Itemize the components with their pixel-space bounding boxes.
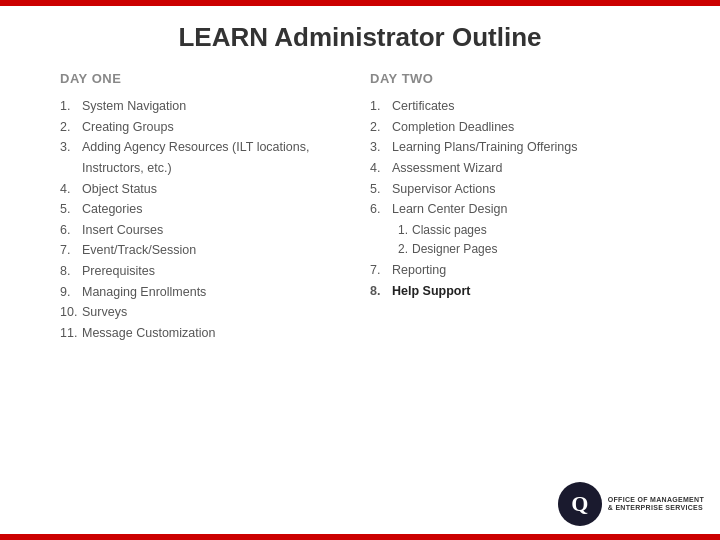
item-number: 4. [60, 179, 78, 200]
item-number: 10. [60, 302, 78, 323]
list-item: 5.Supervisor Actions [370, 179, 660, 200]
list-item: 7.Reporting [370, 260, 660, 281]
item-text: Certificates [392, 96, 455, 117]
day-one-header: DAY ONE [60, 71, 350, 86]
item-number: 5. [60, 199, 78, 220]
item-text: Adding Agency Resources (ILT locations, … [82, 137, 350, 178]
item-text: Prerequisites [82, 261, 155, 282]
item-text: Reporting [392, 260, 446, 281]
item-text: Event/Track/Session [82, 240, 196, 261]
logo-text: OFFICE OF MANAGEMENT & ENTERPRISE SERVIC… [608, 496, 704, 511]
item-text: Help Support [392, 281, 470, 302]
item-text: Creating Groups [82, 117, 174, 138]
list-item: 4.Object Status [60, 179, 350, 200]
item-text: Insert Courses [82, 220, 163, 241]
day-one-column: DAY ONE 1.System Navigation2.Creating Gr… [60, 71, 350, 344]
list-item: 10.Surveys [60, 302, 350, 323]
sub-item-number: 1. [398, 221, 408, 240]
item-number: 8. [370, 281, 388, 302]
page-title: LEARN Administrator Outline [0, 0, 720, 71]
sub-item-text: Classic pages [412, 221, 487, 240]
item-number: 3. [370, 137, 388, 158]
item-number: 6. [60, 220, 78, 241]
item-number: 11. [60, 323, 78, 344]
item-number: 2. [60, 117, 78, 138]
logo-line1: OFFICE OF MANAGEMENT [608, 496, 704, 504]
item-text: System Navigation [82, 96, 186, 117]
logo-line2: & ENTERPRISE SERVICES [608, 504, 704, 512]
list-item: 3.Adding Agency Resources (ILT locations… [60, 137, 350, 178]
list-item: 7.Event/Track/Session [60, 240, 350, 261]
sub-item-number: 2. [398, 240, 408, 259]
list-item: 1.System Navigation [60, 96, 350, 117]
item-text: Assessment Wizard [392, 158, 502, 179]
list-item: 2.Creating Groups [60, 117, 350, 138]
list-item: 9.Managing Enrollments [60, 282, 350, 303]
top-red-bar [0, 0, 720, 6]
item-text: Supervisor Actions [392, 179, 496, 200]
sub-item-text: Designer Pages [412, 240, 497, 259]
item-text: Managing Enrollments [82, 282, 206, 303]
list-item: 8.Help Support [370, 281, 660, 302]
sub-list-item: 2.Designer Pages [398, 240, 660, 259]
logo-circle: Q [558, 482, 602, 526]
sub-list: 1.Classic pages2.Designer Pages [398, 221, 660, 259]
item-number: 8. [60, 261, 78, 282]
item-text: Message Customization [82, 323, 215, 344]
item-text: Categories [82, 199, 142, 220]
list-item: 6.Insert Courses [60, 220, 350, 241]
bottom-red-bar [0, 534, 720, 540]
item-text: Learn Center Design [392, 199, 507, 220]
list-item: 6.Learn Center Design [370, 199, 660, 220]
item-number: 1. [60, 96, 78, 117]
list-item: 2.Completion Deadlines [370, 117, 660, 138]
item-text: Object Status [82, 179, 157, 200]
list-item: 1.Certificates [370, 96, 660, 117]
list-item: 3.Learning Plans/Training Offerings [370, 137, 660, 158]
item-number: 7. [60, 240, 78, 261]
item-text: Completion Deadlines [392, 117, 514, 138]
sub-list-item: 1.Classic pages [398, 221, 660, 240]
day-two-column: DAY TWO 1.Certificates2.Completion Deadl… [370, 71, 660, 344]
item-number: 1. [370, 96, 388, 117]
item-text: Surveys [82, 302, 127, 323]
item-number: 7. [370, 260, 388, 281]
logo-q-letter: Q [571, 493, 588, 515]
item-number: 9. [60, 282, 78, 303]
item-number: 5. [370, 179, 388, 200]
page: LEARN Administrator Outline DAY ONE 1.Sy… [0, 0, 720, 540]
list-item: 4.Assessment Wizard [370, 158, 660, 179]
item-number: 2. [370, 117, 388, 138]
list-item: 5.Categories [60, 199, 350, 220]
item-text: Learning Plans/Training Offerings [392, 137, 578, 158]
list-item: 11.Message Customization [60, 323, 350, 344]
list-item: 8.Prerequisites [60, 261, 350, 282]
day-one-list: 1.System Navigation2.Creating Groups3.Ad… [60, 96, 350, 344]
item-number: 3. [60, 137, 78, 178]
day-two-header: DAY TWO [370, 71, 660, 86]
qmes-logo: Q OFFICE OF MANAGEMENT & ENTERPRISE SERV… [558, 482, 704, 526]
day-two-list: 1.Certificates2.Completion Deadlines3.Le… [370, 96, 660, 301]
content-area: DAY ONE 1.System Navigation2.Creating Gr… [0, 71, 720, 344]
item-number: 4. [370, 158, 388, 179]
item-number: 6. [370, 199, 388, 220]
